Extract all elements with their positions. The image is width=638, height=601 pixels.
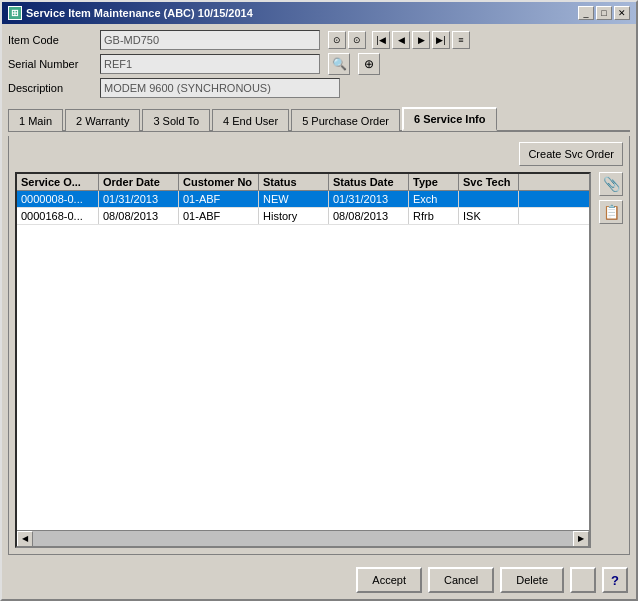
search-btn-2[interactable]: ⊙	[348, 31, 366, 49]
cell-svc-tech-2: ISK	[459, 208, 519, 224]
cell-type-2: Rfrb	[409, 208, 459, 224]
note-icon-btn[interactable]: 📋	[599, 200, 623, 224]
serial-search-btn[interactable]: 🔍	[328, 53, 350, 75]
minimize-button[interactable]: _	[578, 6, 594, 20]
tab-end-user[interactable]: 4 End User	[212, 109, 289, 131]
desc-input[interactable]	[100, 78, 340, 98]
create-svc-order-button[interactable]: Create Svc Order	[519, 142, 623, 166]
scroll-left-btn[interactable]: ◀	[17, 531, 33, 547]
scroll-right-btn[interactable]: ▶	[573, 531, 589, 547]
cell-customer-no-2: 01-ABF	[179, 208, 259, 224]
titlebar-controls: _ □ ✕	[578, 6, 630, 20]
tab-service-info[interactable]: 6 Service Info	[402, 107, 497, 131]
spacer-btn	[570, 567, 596, 593]
col-header-svc-order: Service O...	[17, 174, 99, 190]
content-area: Item Code ⊙ ⊙ |◀ ◀ ▶ ▶| ≡ Serial Number …	[2, 24, 636, 561]
serial-row: Serial Number 🔍 ⊕	[8, 53, 630, 75]
tabs-container: 1 Main 2 Warranty 3 Sold To 4 End User 5…	[8, 106, 630, 132]
panel-body: Service O... Order Date Customer No Stat…	[15, 172, 623, 548]
item-code-label: Item Code	[8, 34, 96, 46]
serial-toolbar: 🔍 ⊕	[328, 53, 380, 75]
main-panel: Create Svc Order Service O... Order Date…	[8, 136, 630, 555]
col-header-status: Status	[259, 174, 329, 190]
bottom-bar: Accept Cancel Delete ?	[2, 561, 636, 599]
item-code-input[interactable]	[100, 30, 320, 50]
create-svc-btn-row: Create Svc Order	[15, 142, 623, 166]
cell-svc-order-2: 0000168-0...	[17, 208, 99, 224]
item-code-toolbar: ⊙ ⊙ |◀ ◀ ▶ ▶| ≡	[328, 31, 470, 49]
desc-row: Description	[8, 78, 630, 98]
main-window: ⊞ Service Item Maintenance (ABC) 10/15/2…	[0, 0, 638, 601]
attach-icon-btn[interactable]: 📎	[599, 172, 623, 196]
col-header-customer-no: Customer No	[179, 174, 259, 190]
cell-status-date-2: 08/08/2013	[329, 208, 409, 224]
table-row[interactable]: 0000008-0... 01/31/2013 01-ABF NEW 01/31…	[17, 191, 589, 208]
serial-label: Serial Number	[8, 58, 96, 70]
table-header: Service O... Order Date Customer No Stat…	[17, 174, 589, 191]
app-icon: ⊞	[8, 6, 22, 20]
cell-customer-no-1: 01-ABF	[179, 191, 259, 207]
cell-status-2: History	[259, 208, 329, 224]
delete-button[interactable]: Delete	[500, 567, 564, 593]
tab-purchase-order[interactable]: 5 Purchase Order	[291, 109, 400, 131]
scrollbar-track[interactable]	[33, 531, 573, 546]
cancel-button[interactable]: Cancel	[428, 567, 494, 593]
cell-svc-tech-1	[459, 191, 519, 207]
titlebar: ⊞ Service Item Maintenance (ABC) 10/15/2…	[2, 2, 636, 24]
desc-label: Description	[8, 82, 96, 94]
cell-svc-order-1: 0000008-0...	[17, 191, 99, 207]
col-header-type: Type	[409, 174, 459, 190]
table-row[interactable]: 0000168-0... 08/08/2013 01-ABF History 0…	[17, 208, 589, 225]
nav-last[interactable]: ▶|	[432, 31, 450, 49]
nav-extra[interactable]: ≡	[452, 31, 470, 49]
panel-main: Service O... Order Date Customer No Stat…	[15, 172, 591, 548]
tab-main[interactable]: 1 Main	[8, 109, 63, 131]
cell-status-date-1: 01/31/2013	[329, 191, 409, 207]
horizontal-scrollbar[interactable]: ◀ ▶	[17, 530, 589, 546]
search-btn-1[interactable]: ⊙	[328, 31, 346, 49]
table-body: 0000008-0... 01/31/2013 01-ABF NEW 01/31…	[17, 191, 589, 530]
serial-extra-btn[interactable]: ⊕	[358, 53, 380, 75]
item-code-row: Item Code ⊙ ⊙ |◀ ◀ ▶ ▶| ≡	[8, 30, 630, 50]
tab-warranty[interactable]: 2 Warranty	[65, 109, 140, 131]
tab-sold-to[interactable]: 3 Sold To	[142, 109, 210, 131]
form-section: Item Code ⊙ ⊙ |◀ ◀ ▶ ▶| ≡ Serial Number …	[8, 30, 630, 98]
col-header-status-date: Status Date	[329, 174, 409, 190]
maximize-button[interactable]: □	[596, 6, 612, 20]
right-icons-panel: 📎 📋	[599, 172, 623, 548]
nav-next[interactable]: ▶	[412, 31, 430, 49]
cell-order-date-1: 01/31/2013	[99, 191, 179, 207]
accept-button[interactable]: Accept	[356, 567, 422, 593]
window-title: Service Item Maintenance (ABC) 10/15/201…	[26, 7, 253, 19]
serial-input[interactable]	[100, 54, 320, 74]
titlebar-left: ⊞ Service Item Maintenance (ABC) 10/15/2…	[8, 6, 253, 20]
nav-first[interactable]: |◀	[372, 31, 390, 49]
cell-order-date-2: 08/08/2013	[99, 208, 179, 224]
cell-type-1: Exch	[409, 191, 459, 207]
nav-prev[interactable]: ◀	[392, 31, 410, 49]
cell-status-1: NEW	[259, 191, 329, 207]
col-header-order-date: Order Date	[99, 174, 179, 190]
col-header-svc-tech: Svc Tech	[459, 174, 519, 190]
service-table: Service O... Order Date Customer No Stat…	[15, 172, 591, 548]
close-button[interactable]: ✕	[614, 6, 630, 20]
help-button[interactable]: ?	[602, 567, 628, 593]
